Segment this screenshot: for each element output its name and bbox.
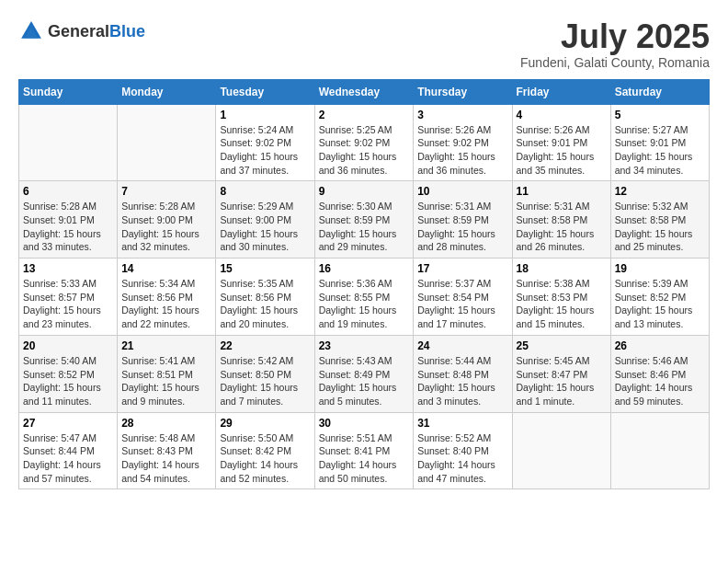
calendar-cell: 3Sunrise: 5:26 AM Sunset: 9:02 PM Daylig… (414, 104, 512, 181)
day-number: 28 (121, 417, 211, 430)
calendar-cell: 27Sunrise: 5:47 AM Sunset: 8:44 PM Dayli… (19, 412, 118, 489)
day-number: 30 (319, 417, 410, 430)
day-number: 29 (220, 417, 310, 430)
calendar-cell: 13Sunrise: 5:33 AM Sunset: 8:57 PM Dayli… (19, 259, 118, 336)
title-section: July 2025 Fundeni, Galati County, Romani… (520, 18, 710, 70)
day-info: Sunrise: 5:38 AM Sunset: 8:53 PM Dayligh… (517, 277, 607, 331)
day-info: Sunrise: 5:47 AM Sunset: 8:44 PM Dayligh… (23, 431, 113, 486)
calendar-cell: 28Sunrise: 5:48 AM Sunset: 8:43 PM Dayli… (118, 412, 216, 489)
col-header-sunday: Sunday (19, 79, 118, 104)
day-info: Sunrise: 5:48 AM Sunset: 8:43 PM Dayligh… (121, 431, 211, 486)
page-header: GeneralBlue July 2025 Fundeni, Galati Co… (18, 18, 710, 70)
day-info: Sunrise: 5:34 AM Sunset: 8:56 PM Dayligh… (121, 277, 211, 331)
day-number: 2 (319, 109, 410, 121)
day-info: Sunrise: 5:32 AM Sunset: 8:58 PM Dayligh… (615, 200, 705, 254)
calendar-cell: 22Sunrise: 5:42 AM Sunset: 8:50 PM Dayli… (216, 335, 314, 412)
day-info: Sunrise: 5:51 AM Sunset: 8:41 PM Dayligh… (319, 431, 410, 486)
day-number: 12 (615, 185, 705, 198)
calendar-cell: 4Sunrise: 5:26 AM Sunset: 9:01 PM Daylig… (512, 104, 610, 181)
day-number: 8 (220, 185, 310, 198)
day-info: Sunrise: 5:50 AM Sunset: 8:42 PM Dayligh… (220, 431, 310, 486)
day-number: 13 (23, 262, 113, 275)
calendar-cell: 25Sunrise: 5:45 AM Sunset: 8:47 PM Dayli… (512, 335, 610, 412)
calendar-cell: 16Sunrise: 5:36 AM Sunset: 8:55 PM Dayli… (314, 259, 414, 336)
calendar-cell: 17Sunrise: 5:37 AM Sunset: 8:54 PM Dayli… (414, 259, 512, 336)
calendar-cell: 30Sunrise: 5:51 AM Sunset: 8:41 PM Dayli… (314, 412, 414, 489)
col-header-friday: Friday (512, 79, 610, 104)
calendar-cell: 12Sunrise: 5:32 AM Sunset: 8:58 PM Dayli… (610, 181, 709, 259)
logo-text-blue: Blue (109, 22, 145, 40)
day-info: Sunrise: 5:25 AM Sunset: 9:02 PM Dayligh… (319, 123, 410, 178)
day-number: 24 (417, 339, 507, 352)
day-number: 6 (23, 185, 113, 198)
week-row-1: 1Sunrise: 5:24 AM Sunset: 9:02 PM Daylig… (19, 104, 710, 181)
subtitle: Fundeni, Galati County, Romania (520, 55, 710, 70)
calendar-cell: 2Sunrise: 5:25 AM Sunset: 9:02 PM Daylig… (314, 104, 414, 181)
calendar-table: SundayMondayTuesdayWednesdayThursdayFrid… (18, 79, 710, 490)
calendar-cell (19, 104, 118, 181)
calendar-cell: 31Sunrise: 5:52 AM Sunset: 8:40 PM Dayli… (414, 412, 512, 489)
day-number: 21 (121, 339, 211, 352)
day-info: Sunrise: 5:40 AM Sunset: 8:52 PM Dayligh… (23, 354, 113, 408)
logo-text-general: General (48, 22, 109, 40)
calendar-cell: 19Sunrise: 5:39 AM Sunset: 8:52 PM Dayli… (610, 259, 709, 336)
calendar-header-row: SundayMondayTuesdayWednesdayThursdayFrid… (19, 79, 710, 104)
calendar-cell: 7Sunrise: 5:28 AM Sunset: 9:00 PM Daylig… (118, 181, 216, 259)
day-info: Sunrise: 5:31 AM Sunset: 8:58 PM Dayligh… (517, 200, 607, 254)
col-header-tuesday: Tuesday (216, 79, 314, 104)
week-row-4: 20Sunrise: 5:40 AM Sunset: 8:52 PM Dayli… (19, 335, 710, 412)
day-info: Sunrise: 5:26 AM Sunset: 9:02 PM Dayligh… (417, 123, 507, 178)
day-number: 26 (615, 339, 705, 352)
calendar-cell: 21Sunrise: 5:41 AM Sunset: 8:51 PM Dayli… (118, 335, 216, 412)
day-number: 4 (517, 109, 607, 121)
day-number: 5 (615, 109, 705, 121)
calendar-cell: 14Sunrise: 5:34 AM Sunset: 8:56 PM Dayli… (118, 259, 216, 336)
day-number: 14 (121, 262, 211, 275)
main-title: July 2025 (520, 18, 710, 55)
day-number: 1 (220, 109, 310, 121)
day-info: Sunrise: 5:26 AM Sunset: 9:01 PM Dayligh… (517, 123, 607, 178)
day-number: 18 (517, 262, 607, 275)
calendar-cell (610, 412, 709, 489)
calendar-cell: 10Sunrise: 5:31 AM Sunset: 8:59 PM Dayli… (414, 181, 512, 259)
calendar-cell: 8Sunrise: 5:29 AM Sunset: 9:00 PM Daylig… (216, 181, 314, 259)
day-number: 22 (220, 339, 310, 352)
calendar-cell: 24Sunrise: 5:44 AM Sunset: 8:48 PM Dayli… (414, 335, 512, 412)
col-header-thursday: Thursday (414, 79, 512, 104)
day-number: 27 (23, 417, 113, 430)
col-header-wednesday: Wednesday (314, 79, 414, 104)
calendar-cell: 29Sunrise: 5:50 AM Sunset: 8:42 PM Dayli… (216, 412, 314, 489)
week-row-2: 6Sunrise: 5:28 AM Sunset: 9:01 PM Daylig… (19, 181, 710, 259)
day-number: 9 (319, 185, 410, 198)
calendar-cell: 18Sunrise: 5:38 AM Sunset: 8:53 PM Dayli… (512, 259, 610, 336)
day-number: 23 (319, 339, 410, 352)
logo: GeneralBlue (18, 18, 145, 44)
calendar-cell: 15Sunrise: 5:35 AM Sunset: 8:56 PM Dayli… (216, 259, 314, 336)
day-info: Sunrise: 5:28 AM Sunset: 9:01 PM Dayligh… (23, 200, 113, 254)
day-number: 16 (319, 262, 410, 275)
day-number: 11 (517, 185, 607, 198)
week-row-3: 13Sunrise: 5:33 AM Sunset: 8:57 PM Dayli… (19, 259, 710, 336)
calendar-cell (512, 412, 610, 489)
calendar-cell (118, 104, 216, 181)
day-info: Sunrise: 5:43 AM Sunset: 8:49 PM Dayligh… (319, 354, 410, 408)
calendar-cell: 5Sunrise: 5:27 AM Sunset: 9:01 PM Daylig… (610, 104, 709, 181)
day-info: Sunrise: 5:30 AM Sunset: 8:59 PM Dayligh… (319, 200, 410, 254)
day-info: Sunrise: 5:41 AM Sunset: 8:51 PM Dayligh… (121, 354, 211, 408)
day-info: Sunrise: 5:36 AM Sunset: 8:55 PM Dayligh… (319, 277, 410, 331)
logo-icon (18, 18, 44, 44)
day-number: 15 (220, 262, 310, 275)
day-info: Sunrise: 5:52 AM Sunset: 8:40 PM Dayligh… (417, 431, 507, 486)
day-info: Sunrise: 5:35 AM Sunset: 8:56 PM Dayligh… (220, 277, 310, 331)
calendar-cell: 9Sunrise: 5:30 AM Sunset: 8:59 PM Daylig… (314, 181, 414, 259)
calendar-cell: 23Sunrise: 5:43 AM Sunset: 8:49 PM Dayli… (314, 335, 414, 412)
day-number: 7 (121, 185, 211, 198)
day-number: 19 (615, 262, 705, 275)
day-info: Sunrise: 5:29 AM Sunset: 9:00 PM Dayligh… (220, 200, 310, 254)
day-info: Sunrise: 5:44 AM Sunset: 8:48 PM Dayligh… (417, 354, 507, 408)
day-info: Sunrise: 5:42 AM Sunset: 8:50 PM Dayligh… (220, 354, 310, 408)
day-info: Sunrise: 5:33 AM Sunset: 8:57 PM Dayligh… (23, 277, 113, 331)
day-info: Sunrise: 5:28 AM Sunset: 9:00 PM Dayligh… (121, 200, 211, 254)
day-number: 17 (417, 262, 507, 275)
day-info: Sunrise: 5:39 AM Sunset: 8:52 PM Dayligh… (615, 277, 705, 331)
